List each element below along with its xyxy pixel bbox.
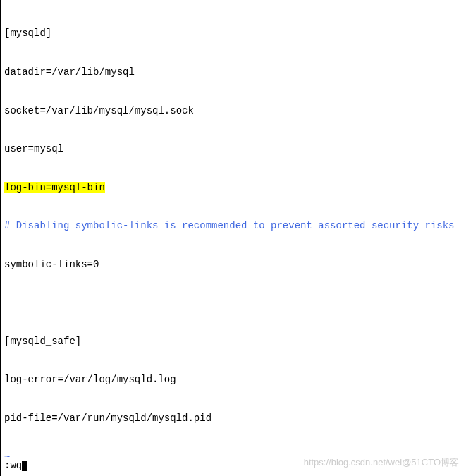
config-empty-line (4, 296, 463, 309)
vi-tilde-line: ~ (4, 451, 463, 463)
config-line: [mysqld_safe] (4, 335, 463, 348)
config-line: datadir=/var/lib/mysql (4, 66, 463, 78)
config-line: symbolic-links=0 (4, 258, 463, 271)
config-line: pid-file=/var/run/mysqld/mysqld.pid (4, 412, 463, 425)
config-line: socket=/var/lib/mysql/mysql.sock (4, 104, 463, 117)
editor-content[interactable]: [mysqld] datadir=/var/lib/mysql socket=/… (1, 0, 466, 476)
config-line: log-error=/var/log/mysqld.log (4, 373, 463, 386)
config-comment-line: # Disabling symbolic-links is recommende… (4, 219, 463, 232)
config-line: [mysqld] (4, 27, 463, 39)
cursor-icon (22, 461, 27, 471)
vi-command-line[interactable]: :wq (4, 459, 27, 472)
vi-command-text: :wq (4, 460, 22, 471)
config-line: user=mysql (4, 142, 463, 155)
config-line-highlighted: log-bin=mysql-bin (4, 181, 463, 194)
